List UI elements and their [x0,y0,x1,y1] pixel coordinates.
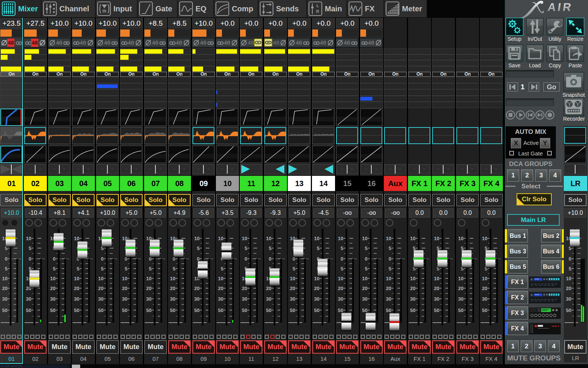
svg-text:R: R [316,9,319,14]
svg-text:L: L [316,3,319,8]
svg-text:IN: IN [102,9,106,13]
svg-text:AIR: AIR [547,1,574,13]
